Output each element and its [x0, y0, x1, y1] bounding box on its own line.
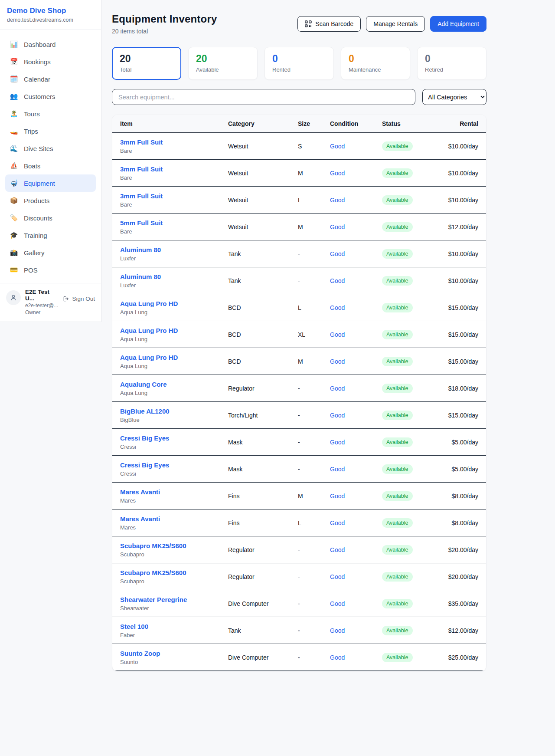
- condition-link[interactable]: Good: [330, 466, 382, 473]
- item-name-link[interactable]: 3mm Full Suit: [120, 165, 228, 173]
- sidebar-item-equipment[interactable]: 🤿 Equipment: [5, 174, 96, 192]
- condition-link[interactable]: Good: [330, 654, 382, 661]
- table-row[interactable]: Cressi Big Eyes Cressi Mask - Good Avail…: [112, 429, 486, 456]
- table-row[interactable]: Aqua Lung Pro HD Aqua Lung BCD L Good Av…: [112, 294, 486, 321]
- item-name-link[interactable]: Steel 100: [120, 623, 228, 630]
- rental-cell: $18.00/day: [434, 385, 478, 392]
- table-row[interactable]: Aqua Lung Pro HD Aqua Lung BCD M Good Av…: [112, 348, 486, 375]
- condition-link[interactable]: Good: [330, 250, 382, 257]
- item-name-link[interactable]: Aluminum 80: [120, 246, 228, 253]
- table-row[interactable]: Scubapro MK25/S600 Scubapro Regulator - …: [112, 563, 486, 590]
- condition-link[interactable]: Good: [330, 277, 382, 284]
- sidebar-item-trips[interactable]: 🚤 Trips: [5, 122, 96, 140]
- add-equipment-button[interactable]: Add Equipment: [430, 16, 486, 32]
- sidebar-item-calendar[interactable]: 🗓️ Calendar: [5, 70, 96, 88]
- scan-barcode-button[interactable]: Scan Barcode: [297, 16, 361, 32]
- item-brand: Mares: [120, 497, 228, 504]
- stat-card-rented[interactable]: 0 Rented: [264, 47, 334, 80]
- item-name-link[interactable]: Aqua Lung Pro HD: [120, 354, 228, 361]
- item-name-link[interactable]: BigBlue AL1200: [120, 408, 228, 415]
- condition-link[interactable]: Good: [330, 627, 382, 634]
- table-row[interactable]: 3mm Full Suit Bare Wetsuit L Good Availa…: [112, 187, 486, 214]
- item-name-link[interactable]: Cressi Big Eyes: [120, 434, 228, 442]
- condition-link[interactable]: Good: [330, 546, 382, 553]
- table-row[interactable]: 3mm Full Suit Bare Wetsuit M Good Availa…: [112, 160, 486, 187]
- sidebar-item-dive-sites[interactable]: 🌊 Dive Sites: [5, 140, 96, 157]
- condition-link[interactable]: Good: [330, 439, 382, 446]
- item-name-link[interactable]: Cressi Big Eyes: [120, 461, 228, 469]
- sidebar-item-dashboard[interactable]: 📊 Dashboard: [5, 36, 96, 53]
- stat-card-maintenance[interactable]: 0 Maintenance: [341, 47, 410, 80]
- sidebar-item-tours[interactable]: 🏝️ Tours: [5, 105, 96, 122]
- category-select[interactable]: All Categories: [422, 89, 486, 105]
- tag-icon: 🏷️: [10, 214, 18, 222]
- sidebar-item-label: Tours: [24, 110, 40, 118]
- sidebar-item-bookings[interactable]: 📅 Bookings: [5, 53, 96, 70]
- condition-link[interactable]: Good: [330, 224, 382, 230]
- item-name-link[interactable]: Aluminum 80: [120, 273, 228, 280]
- item-name-link[interactable]: Scubapro MK25/S600: [120, 569, 228, 576]
- col-header-rental: Rental: [434, 120, 478, 127]
- item-name-link[interactable]: Mares Avanti: [120, 488, 228, 496]
- table-row[interactable]: 3mm Full Suit Bare Wetsuit S Good Availa…: [112, 133, 486, 160]
- table-row[interactable]: Aluminum 80 Luxfer Tank - Good Available…: [112, 240, 486, 267]
- manage-rentals-button[interactable]: Manage Rentals: [366, 16, 425, 32]
- table-row[interactable]: 5mm Full Suit Bare Wetsuit M Good Availa…: [112, 214, 486, 240]
- stat-card-available[interactable]: 20 Available: [188, 47, 258, 80]
- condition-link[interactable]: Good: [330, 143, 382, 150]
- table-row[interactable]: Cressi Big Eyes Cressi Mask - Good Avail…: [112, 456, 486, 483]
- condition-link[interactable]: Good: [330, 573, 382, 580]
- item-brand: Scubapro: [120, 551, 228, 558]
- condition-link[interactable]: Good: [330, 170, 382, 177]
- item-name-link[interactable]: 5mm Full Suit: [120, 219, 228, 227]
- sidebar-item-training[interactable]: 🎓 Training: [5, 227, 96, 244]
- item-brand: Aqua Lung: [120, 336, 228, 342]
- condition-link[interactable]: Good: [330, 358, 382, 365]
- sidebar-item-boats[interactable]: ⛵ Boats: [5, 157, 96, 174]
- sign-out-button[interactable]: Sign Out: [63, 296, 95, 302]
- item-name-link[interactable]: Aqua Lung Pro HD: [120, 327, 228, 334]
- sidebar-item-discounts[interactable]: 🏷️ Discounts: [5, 209, 96, 227]
- search-input[interactable]: [112, 89, 415, 105]
- condition-link[interactable]: Good: [330, 519, 382, 526]
- sidebar-item-products[interactable]: 📦 Products: [5, 192, 96, 209]
- item-name-link[interactable]: Mares Avanti: [120, 515, 228, 523]
- table-row[interactable]: Aqua Lung Pro HD Aqua Lung BCD XL Good A…: [112, 321, 486, 348]
- item-name-link[interactable]: 3mm Full Suit: [120, 192, 228, 200]
- item-name-link[interactable]: 3mm Full Suit: [120, 138, 228, 146]
- stat-card-retired[interactable]: 0 Retired: [417, 47, 486, 80]
- item-name-link[interactable]: Aqualung Core: [120, 381, 228, 388]
- stat-card-total[interactable]: 20 Total: [112, 47, 181, 80]
- brand-name[interactable]: Demo Dive Shop: [7, 7, 94, 15]
- sidebar-item-customers[interactable]: 👥 Customers: [5, 88, 96, 105]
- category-cell: Wetsuit: [228, 143, 298, 150]
- item-brand: Bare: [120, 201, 228, 208]
- item-name-link[interactable]: Aqua Lung Pro HD: [120, 300, 228, 307]
- condition-link[interactable]: Good: [330, 304, 382, 311]
- table-row[interactable]: Suunto Zoop Suunto Dive Computer - Good …: [112, 644, 486, 671]
- table-row[interactable]: Mares Avanti Mares Fins L Good Available…: [112, 509, 486, 536]
- table-row[interactable]: Aluminum 80 Luxfer Tank - Good Available…: [112, 267, 486, 294]
- table-row[interactable]: Shearwater Peregrine Shearwater Dive Com…: [112, 590, 486, 617]
- item-name-link[interactable]: Suunto Zoop: [120, 650, 228, 657]
- table-row[interactable]: Mares Avanti Mares Fins M Good Available…: [112, 483, 486, 509]
- condition-link[interactable]: Good: [330, 600, 382, 607]
- condition-link[interactable]: Good: [330, 331, 382, 338]
- item-brand: Suunto: [120, 659, 228, 665]
- sidebar-item-gallery[interactable]: 📸 Gallery: [5, 244, 96, 261]
- table-row[interactable]: Aqualung Core Aqua Lung Regulator - Good…: [112, 375, 486, 402]
- item-name-link[interactable]: Scubapro MK25/S600: [120, 542, 228, 549]
- table-row[interactable]: BigBlue AL1200 BigBlue Torch/Light - Goo…: [112, 402, 486, 429]
- scan-barcode-label: Scan Barcode: [315, 20, 353, 27]
- condition-link[interactable]: Good: [330, 385, 382, 392]
- table-row[interactable]: Steel 100 Faber Tank - Good Available $1…: [112, 617, 486, 644]
- item-name-link[interactable]: Shearwater Peregrine: [120, 596, 228, 603]
- condition-link[interactable]: Good: [330, 412, 382, 419]
- items-total-subtitle: 20 items total: [112, 28, 217, 35]
- sidebar-item-pos[interactable]: 💳 POS: [5, 261, 96, 279]
- table-row[interactable]: Scubapro MK25/S600 Scubapro Regulator - …: [112, 536, 486, 563]
- item-brand: Mares: [120, 524, 228, 531]
- condition-link[interactable]: Good: [330, 197, 382, 204]
- condition-link[interactable]: Good: [330, 493, 382, 500]
- status-cell: Available: [382, 411, 434, 420]
